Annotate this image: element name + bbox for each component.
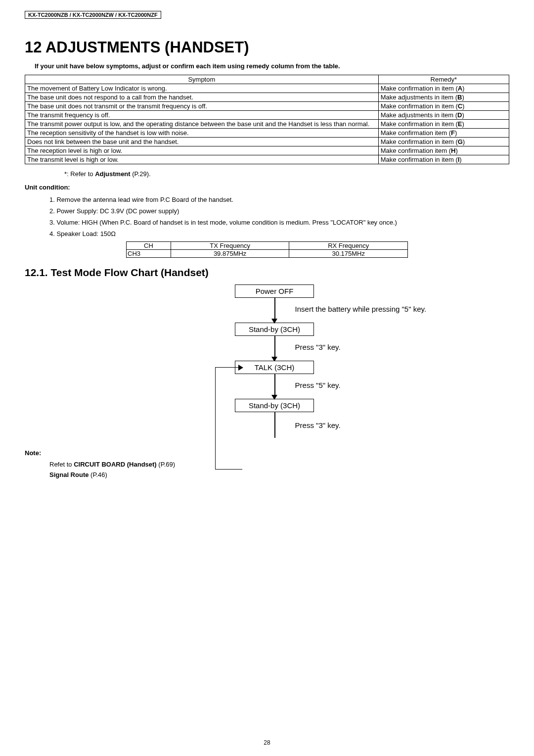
table-cell: Make adjustments in item (B) bbox=[378, 93, 509, 102]
table-cell: Make confirmation item (F) bbox=[378, 129, 509, 138]
table-cell: The base unit does not respond to a call… bbox=[25, 93, 379, 102]
list-item: 4. Speaker Load: 150Ω bbox=[49, 230, 509, 237]
flow-box-power-off: Power OFF bbox=[235, 284, 314, 298]
footnote: *: Refer to Adjustment (P.29). bbox=[64, 170, 509, 178]
flowchart: Power OFF Insert the battery while press… bbox=[131, 284, 403, 439]
table-cell: The transmit level is high or low. bbox=[25, 155, 379, 164]
table-cell: The reception level is high or low. bbox=[25, 146, 379, 155]
flow-box-standby2: Stand-by (3CH) bbox=[235, 399, 314, 412]
conditions-list: 1. Remove the antenna lead wire from P.C… bbox=[49, 196, 509, 237]
table-cell: The reception sensitivity of the handset… bbox=[25, 129, 379, 138]
table-cell: Make confirmation in item (C) bbox=[378, 102, 509, 111]
table-cell: Does not link between the base unit and … bbox=[25, 138, 379, 146]
page-title: 12 ADJUSTMENTS (HANDSET) bbox=[25, 39, 509, 56]
table-cell: Make confirmation in item (E) bbox=[378, 120, 509, 129]
symptom-header: Symptom bbox=[25, 75, 379, 84]
note-section: Note: Refet to CIRCUIT BOARD (Handset) (… bbox=[25, 449, 509, 478]
flow-box-standby1: Stand-by (3CH) bbox=[235, 323, 314, 336]
remedy-header: Remedy* bbox=[378, 75, 509, 84]
list-item: 1. Remove the antenna lead wire from P.C… bbox=[49, 196, 509, 203]
table-cell: Make confirmation in item (A) bbox=[378, 84, 509, 93]
table-cell: The base unit does not transmit or the t… bbox=[25, 102, 379, 111]
flow-label-press3a: Press "3" key. bbox=[295, 343, 341, 351]
note-line-1: Refet to CIRCUIT BOARD (Handset) (P.69) bbox=[49, 461, 509, 468]
ch-header: CH bbox=[127, 242, 171, 250]
note-title: Note: bbox=[25, 449, 509, 457]
tx-value: 39.875MHz bbox=[171, 250, 289, 258]
list-item: 3. Volume: HIGH (When P.C. Board of hand… bbox=[49, 219, 509, 226]
list-item: 2. Power Supply: DC 3.9V (DC power suppl… bbox=[49, 207, 509, 215]
table-cell: The transmit power output is low, and th… bbox=[25, 120, 379, 129]
ch-value: CH3 bbox=[127, 250, 171, 258]
page-number: 28 bbox=[264, 739, 270, 746]
rx-value: 30.175MHz bbox=[289, 250, 408, 258]
table-cell: Make confirmation item (H) bbox=[378, 146, 509, 155]
flow-box-talk: TALK (3CH) bbox=[235, 361, 314, 374]
note-line-2: Signal Route (P.46) bbox=[49, 471, 509, 478]
table-cell: The movement of Battery Low Indicator is… bbox=[25, 84, 379, 93]
unit-condition-title: Unit condition: bbox=[25, 184, 509, 191]
intro-text: If your unit have below symptoms, adjust… bbox=[35, 62, 509, 70]
table-cell: Make confirmation in item (I) bbox=[378, 155, 509, 164]
rx-header: RX Frequency bbox=[289, 242, 408, 250]
flow-label-press3b: Press "3" key. bbox=[295, 421, 341, 429]
table-cell: Make confirmation in item (G) bbox=[378, 138, 509, 146]
model-header: KX-TC2000NZB / KX-TC2000NZW / KX-TC2000N… bbox=[25, 11, 161, 19]
table-cell: Make adjustments in item (D) bbox=[378, 111, 509, 120]
flow-label-insert: Insert the battery while pressing "5" ke… bbox=[295, 305, 427, 313]
table-cell: The transmit frequency is off. bbox=[25, 111, 379, 120]
flow-label-press5: Press "5" key. bbox=[295, 381, 341, 389]
section-title: 12.1. Test Mode Flow Chart (Handset) bbox=[25, 267, 509, 279]
frequency-table: CH TX Frequency RX Frequency CH3 39.875M… bbox=[126, 241, 408, 258]
symptom-table: Symptom Remedy* The movement of Battery … bbox=[25, 75, 509, 164]
tx-header: TX Frequency bbox=[171, 242, 289, 250]
